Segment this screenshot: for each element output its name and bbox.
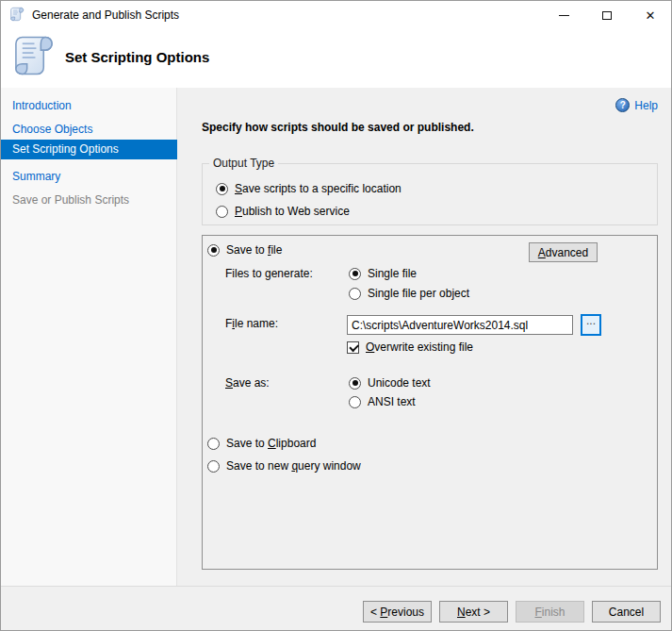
label-post: ile: [270, 243, 282, 257]
footer-divider: [1, 586, 672, 587]
label-accel: S: [225, 376, 233, 390]
help-icon: ?: [615, 98, 630, 112]
maximize-button[interactable]: [592, 1, 622, 29]
radio-unicode-text[interactable]: Unicode text: [349, 375, 431, 390]
save-options-panel: Save to file Advanced Files to generate:…: [202, 235, 658, 570]
step-heading: Specify how scripts should be saved or p…: [202, 121, 474, 134]
radio-label: Save to file: [226, 243, 282, 257]
button-label: Finish: [534, 606, 565, 619]
radio-unselected-icon: [349, 396, 361, 408]
radio-single-file[interactable]: Single file: [349, 266, 417, 281]
radio-unselected-icon: [349, 288, 361, 300]
nav-introduction[interactable]: Introduction: [1, 96, 177, 115]
radio-unselected-icon: [207, 460, 220, 473]
label-pre: Save to: [226, 243, 268, 257]
nav-summary[interactable]: Summary: [1, 167, 177, 186]
label-pre: Save to new: [226, 459, 291, 473]
wizard-header: Set Scripting Options: [1, 29, 671, 88]
radio-label: Single file: [368, 267, 417, 280]
checkbox-checked-icon: [347, 341, 359, 354]
label-accel: C: [268, 437, 276, 450]
label-post: ublish to Web service: [242, 205, 350, 218]
finish-button: Finish: [516, 601, 584, 623]
browse-button[interactable]: ...: [581, 314, 601, 336]
label-post: ave scripts to a specific location: [242, 182, 402, 195]
close-button[interactable]: ✕: [635, 1, 665, 29]
label-post: le name:: [235, 317, 278, 330]
label-pre: Cancel: [609, 606, 644, 619]
radio-save-to-new-query-window[interactable]: Save to new query window: [207, 458, 361, 473]
file-name-input[interactable]: [347, 315, 573, 335]
radio-label: ANSI text: [368, 395, 416, 408]
label-post: revious: [387, 606, 424, 619]
wizard-window: Generate and Publish Scripts ✕: [0, 0, 672, 631]
nav-set-scripting-options[interactable]: Set Scripting Options: [1, 140, 177, 159]
radio-label: Save to Clipboard: [226, 437, 316, 450]
help-link[interactable]: ? Help: [615, 98, 658, 112]
next-button[interactable]: Next >: [439, 601, 508, 623]
button-label: Next >: [457, 606, 490, 619]
nav-save-or-publish-scripts: Save or Publish Scripts: [1, 191, 177, 209]
radio-label: Save to new query window: [226, 459, 361, 473]
label-post: ave as:: [233, 376, 270, 390]
button-label: Cancel: [609, 606, 644, 619]
label-pre: Save to: [226, 437, 268, 450]
label-post: ext >: [466, 606, 490, 619]
label-accel: P: [235, 205, 242, 218]
files-to-generate-label: Files to generate:: [225, 267, 313, 280]
label-post: verwrite existing file: [374, 340, 473, 354]
label-post: lipboard: [276, 437, 317, 450]
radio-label: Single file per object: [368, 287, 469, 300]
output-type-legend: Output Type: [209, 157, 278, 170]
window-title: Generate and Publish Scripts: [32, 8, 179, 22]
radio-save-to-clipboard[interactable]: Save to Clipboard: [207, 436, 316, 451]
file-name-label: File name:: [225, 317, 278, 330]
label-post: dvanced: [546, 246, 588, 259]
output-type-groupbox: Output Type Save scripts to a specific l…: [202, 163, 658, 225]
nav-choose-objects[interactable]: Choose Objects: [1, 120, 177, 139]
label-post: uery window: [298, 459, 361, 473]
radio-selected-icon: [216, 183, 228, 195]
radio-unselected-icon: [207, 438, 220, 450]
minimize-icon: [559, 15, 569, 16]
checkbox-label: Overwrite existing file: [366, 340, 473, 354]
radio-label: Publish to Web service: [235, 205, 350, 218]
script-scroll-icon: [12, 33, 55, 81]
maximize-icon: [602, 11, 612, 20]
radio-save-scripts-location[interactable]: Save scripts to a specific location: [216, 181, 402, 196]
page-title: Set Scripting Options: [65, 49, 209, 65]
radio-publish-web-service[interactable]: Publish to Web service: [216, 204, 350, 219]
save-as-label: Save as:: [225, 376, 270, 390]
radio-label: Unicode text: [368, 376, 431, 390]
browse-label: ...: [586, 316, 596, 326]
cancel-button[interactable]: Cancel: [592, 601, 661, 623]
overwrite-existing-file-checkbox[interactable]: Overwrite existing file: [347, 340, 473, 355]
radio-single-file-per-object[interactable]: Single file per object: [349, 286, 469, 301]
advanced-button[interactable]: Advanced: [529, 242, 598, 262]
radio-label: Save scripts to a specific location: [235, 182, 402, 195]
script-scroll-icon-small: [9, 7, 25, 25]
label-accel: O: [366, 340, 374, 354]
radio-save-to-file[interactable]: Save to file: [207, 242, 282, 257]
radio-unselected-icon: [216, 206, 228, 218]
label-accel: A: [538, 246, 546, 259]
previous-button[interactable]: < Previous: [363, 601, 432, 623]
titlebar[interactable]: Generate and Publish Scripts ✕: [1, 1, 671, 29]
button-label: < Previous: [370, 606, 424, 619]
window-controls: ✕: [549, 1, 671, 29]
label-post: inish: [542, 606, 565, 619]
radio-selected-icon: [349, 377, 361, 390]
radio-selected-icon: [207, 244, 220, 257]
label-accel: N: [457, 606, 466, 619]
help-label: Help: [634, 99, 658, 112]
button-label: Advanced: [538, 246, 588, 259]
close-icon: ✕: [646, 9, 656, 22]
radio-selected-icon: [349, 268, 361, 280]
radio-ansi-text[interactable]: ANSI text: [349, 394, 416, 409]
minimize-button[interactable]: [549, 1, 579, 29]
label-pre: <: [370, 606, 380, 619]
label-accel: S: [235, 182, 242, 195]
label-accel: F: [534, 606, 541, 619]
wizard-nav: Introduction Choose Objects Set Scriptin…: [1, 88, 177, 586]
